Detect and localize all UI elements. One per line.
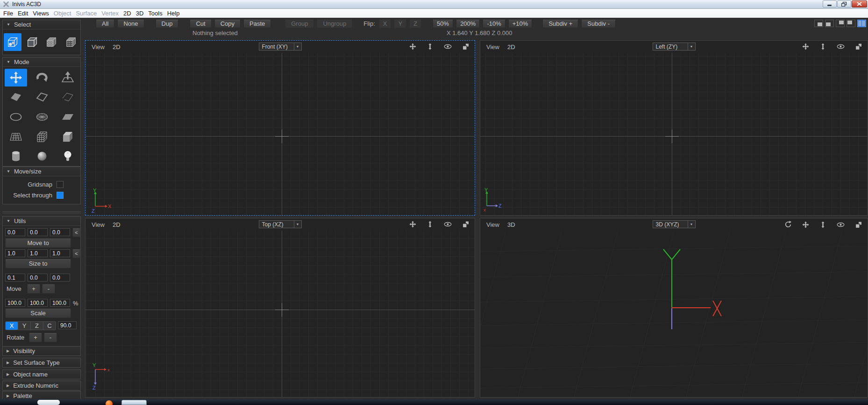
move-size-panel-header[interactable]: ▼ Move/size <box>3 167 80 176</box>
menu-2d[interactable]: 2D <box>121 10 134 17</box>
zoom-plus10-button[interactable]: +10% <box>508 20 533 28</box>
rotate-mode-button[interactable] <box>29 68 55 87</box>
size-to-z-field[interactable] <box>50 249 70 257</box>
visibility-eye-icon[interactable] <box>837 43 845 50</box>
menu-vertex[interactable]: Vertex <box>99 10 121 17</box>
menu-file[interactable]: File <box>1 10 15 17</box>
start-button[interactable] <box>37 400 60 405</box>
pan-icon[interactable] <box>802 221 809 228</box>
viewport-front-canvas[interactable]: Y X Z <box>85 53 475 215</box>
projection-dropdown-value[interactable]: Top (XZ) <box>259 220 294 228</box>
move-to-y-field[interactable] <box>28 228 48 236</box>
duplicate-button[interactable]: Dup <box>156 20 179 28</box>
move-to-z-field[interactable] <box>50 228 70 236</box>
menu-3d[interactable]: 3D <box>134 10 146 17</box>
move-step-y-field[interactable] <box>28 274 48 282</box>
menu-edit[interactable]: Edit <box>15 10 30 17</box>
zoom-vertical-icon[interactable] <box>427 221 434 228</box>
move-to-x-field[interactable] <box>5 228 25 236</box>
maximize-viewport-icon[interactable] <box>855 43 862 50</box>
extrude-mode-button[interactable] <box>55 68 80 87</box>
maximize-viewport-icon[interactable] <box>855 221 862 228</box>
scale-button[interactable]: Scale <box>5 309 71 318</box>
view-dim-toggle[interactable]: 2D <box>507 43 515 51</box>
size-to-button[interactable]: Size to <box>5 259 71 268</box>
size-to-y-field[interactable] <box>28 249 48 257</box>
group-button[interactable]: Group <box>285 20 314 28</box>
taskbar-app-icon[interactable] <box>106 400 113 405</box>
maximize-viewport-icon[interactable] <box>462 221 469 228</box>
rotate-plus-button[interactable]: + <box>29 333 42 342</box>
scale-z-field[interactable] <box>50 299 70 307</box>
sphere-mode-button[interactable] <box>29 146 55 166</box>
viewport-left-canvas[interactable]: Y Z x <box>480 53 868 215</box>
move-mode-button[interactable] <box>5 69 27 87</box>
cut-button[interactable]: Cut <box>190 20 211 28</box>
select-none-button[interactable]: None <box>117 20 144 28</box>
surface-select-button[interactable] <box>43 33 61 51</box>
dropdown-arrow-icon[interactable]: ▼ <box>294 220 302 228</box>
visibility-eye-icon[interactable] <box>837 221 845 228</box>
subdiv-plus-button[interactable]: Subdiv + <box>542 20 578 28</box>
pan-icon[interactable] <box>802 43 809 50</box>
gridsnap-checkbox[interactable] <box>57 181 64 188</box>
view-dim-toggle[interactable]: 2D <box>113 221 121 228</box>
viewport-3d-canvas[interactable]: Y X <box>480 231 868 397</box>
move-plus-button[interactable]: + <box>27 284 40 294</box>
rotate-axis-x-button[interactable]: X <box>6 322 18 330</box>
menu-help[interactable]: Help <box>165 10 182 17</box>
dropdown-arrow-icon[interactable]: ▼ <box>294 43 302 51</box>
select-all-button[interactable]: All <box>96 20 114 28</box>
zoom-vertical-icon[interactable] <box>819 221 826 228</box>
layout-single-4-button[interactable] <box>847 20 855 27</box>
rotate-axis-z-button[interactable]: Z <box>30 322 43 330</box>
layout-quad-button[interactable] <box>857 20 866 27</box>
view-dim-toggle[interactable]: 2D <box>113 43 121 51</box>
scale-y-field[interactable] <box>28 299 48 307</box>
disc-mode-button[interactable] <box>29 107 55 127</box>
cube-mode-button[interactable] <box>55 127 80 146</box>
surface-outline-mode-button[interactable] <box>29 87 55 107</box>
object-name-panel-header[interactable]: ▶ Object name <box>3 370 80 379</box>
paste-button[interactable]: Paste <box>243 20 271 28</box>
object-select-button[interactable] <box>23 33 41 51</box>
close-button[interactable] <box>852 0 867 7</box>
zoom-vertical-icon[interactable] <box>819 43 826 50</box>
layout-single-2-button[interactable] <box>825 20 834 27</box>
visibility-panel-header[interactable]: ▶ Visibility <box>3 347 80 355</box>
vertex-select-button[interactable] <box>62 33 80 51</box>
menu-object[interactable]: Object <box>51 10 74 17</box>
group-select-button[interactable] <box>4 33 21 51</box>
set-surface-type-panel-header[interactable]: ▶ Set Surface Type <box>3 358 80 367</box>
maximize-viewport-icon[interactable] <box>462 43 469 50</box>
layout-single-1-button[interactable] <box>814 20 823 27</box>
move-step-z-field[interactable] <box>50 274 70 282</box>
light-mode-button[interactable] <box>55 146 80 166</box>
subdiv-minus-button[interactable]: Subdiv - <box>581 20 616 28</box>
utils-panel-header[interactable]: ▼ Utils <box>3 217 80 226</box>
menu-views[interactable]: Views <box>30 10 51 17</box>
mesh-cube-mode-button[interactable] <box>29 127 55 146</box>
flip-z-button[interactable]: Z <box>409 20 421 28</box>
projection-dropdown-value[interactable]: Front (XY) <box>259 43 294 51</box>
move-to-expand-button[interactable]: < <box>72 228 80 237</box>
dropdown-arrow-icon[interactable]: ▼ <box>688 220 696 228</box>
scale-x-field[interactable] <box>5 299 25 307</box>
pan-icon[interactable] <box>409 221 416 228</box>
extrude-numeric-panel-header[interactable]: ▶ Extrude Numeric <box>3 381 80 390</box>
surface-solid-mode-button[interactable] <box>3 87 29 107</box>
ungroup-button[interactable]: Ungroup <box>317 20 352 28</box>
projection-dropdown-value[interactable]: 3D (XYZ) <box>653 220 688 228</box>
viewport-top-canvas[interactable]: Y x Z <box>85 231 475 397</box>
pan-icon[interactable] <box>409 43 416 50</box>
size-to-x-field[interactable] <box>5 249 25 257</box>
flip-y-button[interactable]: Y <box>394 20 406 28</box>
size-to-expand-button[interactable]: < <box>72 249 80 258</box>
move-to-button[interactable]: Move to <box>5 239 71 248</box>
ellipse-mode-button[interactable] <box>3 107 29 127</box>
visibility-eye-icon[interactable] <box>444 221 452 228</box>
zoom-vertical-icon[interactable] <box>427 43 434 50</box>
flip-x-button[interactable]: X <box>379 20 391 28</box>
grid-mode-button[interactable] <box>3 127 29 146</box>
rotate-axis-c-button[interactable]: C <box>43 322 56 330</box>
